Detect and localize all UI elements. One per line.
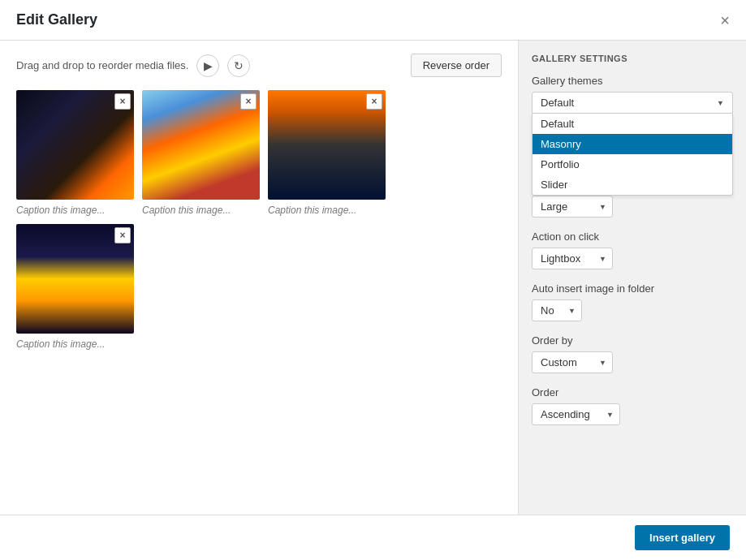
action-on-click-select-wrapper: Lightbox Link None	[532, 248, 613, 269]
order-by-select-wrapper: Custom Date Title Random	[532, 351, 613, 373]
remove-image-2-button[interactable]: ×	[240, 93, 257, 110]
gallery-themes-dropdown-wrapper: Default ▼ Default Masonry Portfolio Slid…	[532, 92, 733, 114]
auto-insert-label: Auto insert image in folder	[532, 282, 733, 295]
remove-image-3-button[interactable]: ×	[366, 93, 382, 110]
gallery-themes-selected: Default	[541, 97, 574, 109]
refresh-icon: ↻	[234, 59, 244, 72]
insert-gallery-button[interactable]: Insert gallery	[635, 525, 730, 550]
gallery-themes-trigger[interactable]: Default ▼	[532, 92, 733, 114]
modal-header: Edit Gallery ×	[0, 0, 746, 41]
modal-close-button[interactable]: ×	[720, 12, 730, 28]
gallery-themes-menu: Default Masonry Portfolio Slider	[532, 114, 733, 196]
chevron-down-icon: ▼	[717, 99, 724, 107]
order-select[interactable]: Ascending Descending	[532, 403, 620, 425]
play-button[interactable]: ▶	[196, 54, 219, 77]
order-by-label: Order by	[532, 334, 733, 347]
theme-option-slider[interactable]: Slider	[533, 174, 732, 195]
gallery-caption-1: Caption this image...	[16, 205, 134, 216]
order-select-wrapper: Ascending Descending	[532, 403, 620, 425]
action-on-click-select[interactable]: Lightbox Link None	[532, 248, 613, 269]
order-group: Order Ascending Descending	[532, 386, 733, 425]
gallery-themes-label: Gallery themes	[532, 75, 733, 87]
gallery-item: × Caption this image...	[268, 90, 386, 216]
gallery-grid: × Caption this image... × Caption this i…	[16, 90, 502, 350]
theme-option-portfolio[interactable]: Portfolio	[533, 154, 732, 174]
reverse-order-button[interactable]: Reverse order	[411, 54, 502, 77]
lightbox-size-select-wrapper: Small Medium Large Full	[532, 196, 613, 218]
order-by-group: Order by Custom Date Title Random	[532, 334, 733, 373]
auto-insert-group: Auto insert image in folder Yes No	[532, 282, 733, 321]
gallery-item: × Caption this image...	[142, 90, 260, 216]
remove-image-1-button[interactable]: ×	[114, 93, 131, 110]
gallery-caption-2: Caption this image...	[142, 205, 260, 216]
right-panel: GALLERY SETTINGS Gallery themes Default …	[519, 41, 746, 515]
theme-option-default[interactable]: Default	[533, 114, 732, 134]
edit-gallery-modal: Edit Gallery × Drag and drop to reorder …	[0, 0, 746, 560]
remove-image-4-button[interactable]: ×	[114, 227, 131, 243]
action-on-click-group: Action on click Lightbox Link None	[532, 230, 733, 269]
auto-insert-select[interactable]: Yes No	[532, 299, 582, 321]
play-icon: ▶	[204, 59, 213, 72]
theme-option-masonry[interactable]: Masonry	[533, 134, 732, 154]
gallery-item: × Caption this image...	[16, 90, 134, 216]
gallery-caption-3: Caption this image...	[268, 205, 386, 216]
order-label: Order	[532, 386, 733, 398]
auto-insert-select-wrapper: Yes No	[532, 299, 582, 321]
gallery-themes-group: Gallery themes Default ▼ Default Masonry…	[532, 75, 733, 114]
left-panel: Drag and drop to reorder media files. ▶ …	[0, 41, 519, 515]
modal-title: Edit Gallery	[16, 11, 97, 28]
refresh-button[interactable]: ↻	[227, 54, 250, 77]
lightbox-size-select[interactable]: Small Medium Large Full	[532, 196, 613, 218]
action-on-click-label: Action on click	[532, 230, 733, 243]
drag-hint: Drag and drop to reorder media files. ▶ …	[16, 54, 502, 77]
drag-hint-text: Drag and drop to reorder media files.	[16, 59, 188, 71]
gallery-caption-4: Caption this image...	[16, 338, 134, 350]
modal-footer: Insert gallery	[0, 515, 746, 560]
order-by-select[interactable]: Custom Date Title Random	[532, 351, 613, 373]
settings-title: GALLERY SETTINGS	[532, 54, 733, 63]
gallery-item: × Caption this image...	[16, 224, 134, 350]
modal-body: Drag and drop to reorder media files. ▶ …	[0, 41, 746, 515]
